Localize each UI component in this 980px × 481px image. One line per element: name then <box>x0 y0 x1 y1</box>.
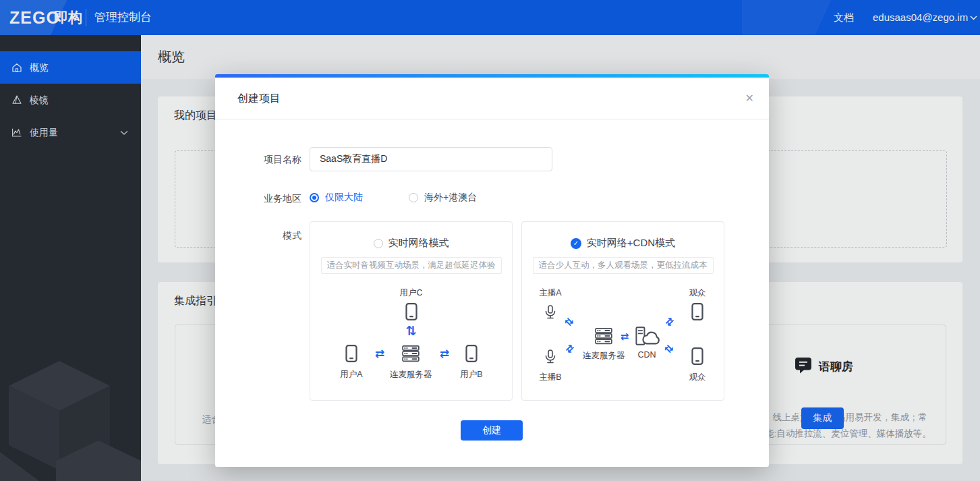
diagram-label-user-a: 用户A <box>331 369 372 380</box>
mode-card-header: 实时网络模式 <box>310 237 512 250</box>
modal-accent-bar <box>215 74 769 78</box>
radio-unselected-icon[interactable] <box>409 193 418 202</box>
mode-card-desc: 适合实时音视频互动场景，满足超低延迟体验 <box>321 257 502 274</box>
modal-title: 创建项目 <box>237 78 281 119</box>
mode-card-desc: 适合少人互动，多人观看场景，更低拉流成本 <box>533 257 714 274</box>
close-icon[interactable]: ✕ <box>745 78 754 119</box>
region-label: 业务地区 <box>215 193 301 205</box>
mode-label: 模式 <box>215 230 301 242</box>
mode-card-title: 实时网络模式 <box>388 237 449 250</box>
mode-card-realtime[interactable]: 实时网络模式 适合实时音视频互动场景，满足超低延迟体验 用户C ⇅ ⇄ ⇄ 用户… <box>310 221 513 401</box>
diagram-label-viewer-top: 观众 <box>679 287 716 299</box>
swap-diagonal-icon: ⇄ <box>563 315 577 329</box>
server-icon <box>591 326 616 346</box>
phone-icon <box>401 302 422 322</box>
region-option-mainland[interactable]: 仅限大陆 <box>325 192 363 204</box>
diagram-label-server: 连麦服务器 <box>384 369 438 380</box>
mode-card-header: ✓ 实时网络+CDN模式 <box>522 237 724 250</box>
diagram-label-viewer-bottom: 观众 <box>679 372 716 383</box>
region-radio-group: 仅限大陆 海外+港澳台 <box>310 189 477 206</box>
modal-header-divider <box>215 119 769 120</box>
region-option-overseas[interactable]: 海外+港澳台 <box>424 192 477 204</box>
create-project-modal: 创建项目 ✕ 项目名称 业务地区 仅限大陆 海外+港澳台 模式 实时网络模式 适… <box>215 74 769 467</box>
radio-checked-icon[interactable]: ✓ <box>571 238 581 249</box>
swap-horizontal-icon: ⇄ <box>434 348 455 360</box>
radio-selected-icon[interactable] <box>310 193 319 202</box>
app-root: ZEGO 即构 管理控制台 文档 edusaas04@zego.im 概览 棱镜 <box>0 0 980 481</box>
project-name-label: 项目名称 <box>215 154 301 166</box>
mic-icon <box>542 302 558 323</box>
mode-card-title: 实时网络+CDN模式 <box>587 237 675 250</box>
phone-icon <box>687 346 708 366</box>
diagram-label-host-a: 主播A <box>530 287 571 299</box>
diagram-label-server: 连麦服务器 <box>574 350 633 362</box>
diagram-label-cdn: CDN <box>633 350 660 360</box>
diagram-label-user-c: 用户C <box>310 287 512 299</box>
phone-icon <box>461 343 482 364</box>
swap-diagonal-icon: ⇄ <box>663 315 676 329</box>
create-button[interactable]: 创建 <box>461 420 523 441</box>
swap-diagonal-icon: ⇄ <box>663 342 676 356</box>
swap-vertical-icon: ⇅ <box>310 324 512 337</box>
project-name-input[interactable] <box>310 147 552 171</box>
cdn-icon <box>633 324 660 347</box>
swap-horizontal-icon: ⇄ <box>370 348 390 360</box>
diagram-label-user-b: 用户B <box>451 369 492 380</box>
swap-horizontal-icon: ⇄ <box>616 331 633 341</box>
server-icon <box>398 343 424 364</box>
phone-icon <box>341 343 362 364</box>
mic-icon <box>542 346 558 368</box>
diagram-label-host-b: 主播B <box>530 372 571 383</box>
radio-unselected-icon[interactable] <box>374 239 383 248</box>
mode-card-realtime-cdn[interactable]: ✓ 实时网络+CDN模式 适合少人互动，多人观看场景，更低拉流成本 主播A 主播… <box>521 221 724 401</box>
phone-icon <box>687 302 708 322</box>
